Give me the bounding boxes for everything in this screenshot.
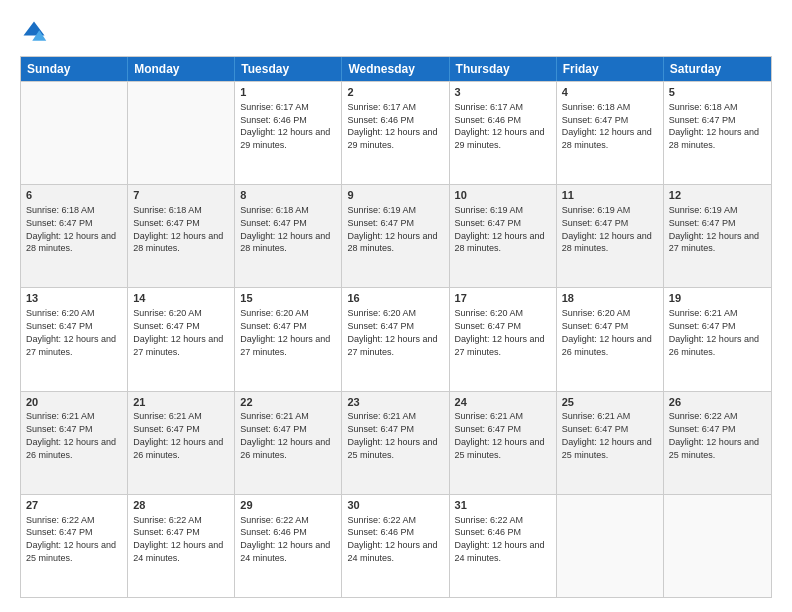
day-number: 20 (26, 395, 122, 410)
calendar-row: 1Sunrise: 6:17 AM Sunset: 6:46 PM Daylig… (21, 81, 771, 184)
day-number: 24 (455, 395, 551, 410)
calendar-cell: 9Sunrise: 6:19 AM Sunset: 6:47 PM Daylig… (342, 185, 449, 287)
day-number: 31 (455, 498, 551, 513)
day-info: Sunrise: 6:17 AM Sunset: 6:46 PM Dayligh… (347, 102, 437, 150)
day-info: Sunrise: 6:19 AM Sunset: 6:47 PM Dayligh… (347, 205, 437, 253)
day-info: Sunrise: 6:21 AM Sunset: 6:47 PM Dayligh… (347, 411, 437, 459)
day-info: Sunrise: 6:22 AM Sunset: 6:46 PM Dayligh… (455, 515, 545, 563)
calendar-cell (21, 82, 128, 184)
day-info: Sunrise: 6:20 AM Sunset: 6:47 PM Dayligh… (562, 308, 652, 356)
day-number: 18 (562, 291, 658, 306)
calendar-row: 13Sunrise: 6:20 AM Sunset: 6:47 PM Dayli… (21, 287, 771, 390)
day-number: 1 (240, 85, 336, 100)
calendar-cell: 24Sunrise: 6:21 AM Sunset: 6:47 PM Dayli… (450, 392, 557, 494)
day-number: 10 (455, 188, 551, 203)
day-info: Sunrise: 6:21 AM Sunset: 6:47 PM Dayligh… (669, 308, 759, 356)
calendar-cell: 12Sunrise: 6:19 AM Sunset: 6:47 PM Dayli… (664, 185, 771, 287)
calendar-cell: 7Sunrise: 6:18 AM Sunset: 6:47 PM Daylig… (128, 185, 235, 287)
calendar-cell: 31Sunrise: 6:22 AM Sunset: 6:46 PM Dayli… (450, 495, 557, 597)
calendar-cell: 4Sunrise: 6:18 AM Sunset: 6:47 PM Daylig… (557, 82, 664, 184)
day-number: 29 (240, 498, 336, 513)
day-number: 12 (669, 188, 766, 203)
day-number: 9 (347, 188, 443, 203)
logo (20, 18, 52, 46)
day-number: 8 (240, 188, 336, 203)
header (20, 18, 772, 46)
header-day: Saturday (664, 57, 771, 81)
day-info: Sunrise: 6:19 AM Sunset: 6:47 PM Dayligh… (669, 205, 759, 253)
day-info: Sunrise: 6:22 AM Sunset: 6:47 PM Dayligh… (26, 515, 116, 563)
day-number: 25 (562, 395, 658, 410)
header-day: Tuesday (235, 57, 342, 81)
day-info: Sunrise: 6:17 AM Sunset: 6:46 PM Dayligh… (240, 102, 330, 150)
day-number: 23 (347, 395, 443, 410)
header-day: Thursday (450, 57, 557, 81)
day-number: 5 (669, 85, 766, 100)
calendar-cell: 22Sunrise: 6:21 AM Sunset: 6:47 PM Dayli… (235, 392, 342, 494)
day-info: Sunrise: 6:17 AM Sunset: 6:46 PM Dayligh… (455, 102, 545, 150)
day-info: Sunrise: 6:21 AM Sunset: 6:47 PM Dayligh… (133, 411, 223, 459)
calendar-cell (664, 495, 771, 597)
calendar-cell: 29Sunrise: 6:22 AM Sunset: 6:46 PM Dayli… (235, 495, 342, 597)
header-day: Friday (557, 57, 664, 81)
calendar-row: 20Sunrise: 6:21 AM Sunset: 6:47 PM Dayli… (21, 391, 771, 494)
day-info: Sunrise: 6:22 AM Sunset: 6:46 PM Dayligh… (347, 515, 437, 563)
day-info: Sunrise: 6:21 AM Sunset: 6:47 PM Dayligh… (240, 411, 330, 459)
day-number: 19 (669, 291, 766, 306)
calendar-cell: 17Sunrise: 6:20 AM Sunset: 6:47 PM Dayli… (450, 288, 557, 390)
day-number: 4 (562, 85, 658, 100)
day-number: 3 (455, 85, 551, 100)
page: SundayMondayTuesdayWednesdayThursdayFrid… (0, 0, 792, 612)
day-number: 14 (133, 291, 229, 306)
day-info: Sunrise: 6:18 AM Sunset: 6:47 PM Dayligh… (669, 102, 759, 150)
day-info: Sunrise: 6:20 AM Sunset: 6:47 PM Dayligh… (347, 308, 437, 356)
calendar-cell: 30Sunrise: 6:22 AM Sunset: 6:46 PM Dayli… (342, 495, 449, 597)
day-number: 27 (26, 498, 122, 513)
calendar-cell: 11Sunrise: 6:19 AM Sunset: 6:47 PM Dayli… (557, 185, 664, 287)
day-number: 15 (240, 291, 336, 306)
day-info: Sunrise: 6:22 AM Sunset: 6:47 PM Dayligh… (669, 411, 759, 459)
day-number: 7 (133, 188, 229, 203)
calendar-cell: 15Sunrise: 6:20 AM Sunset: 6:47 PM Dayli… (235, 288, 342, 390)
day-number: 21 (133, 395, 229, 410)
calendar-cell: 16Sunrise: 6:20 AM Sunset: 6:47 PM Dayli… (342, 288, 449, 390)
day-info: Sunrise: 6:19 AM Sunset: 6:47 PM Dayligh… (455, 205, 545, 253)
day-info: Sunrise: 6:22 AM Sunset: 6:46 PM Dayligh… (240, 515, 330, 563)
header-day: Wednesday (342, 57, 449, 81)
day-number: 13 (26, 291, 122, 306)
calendar-cell: 18Sunrise: 6:20 AM Sunset: 6:47 PM Dayli… (557, 288, 664, 390)
calendar-cell: 19Sunrise: 6:21 AM Sunset: 6:47 PM Dayli… (664, 288, 771, 390)
calendar-cell: 1Sunrise: 6:17 AM Sunset: 6:46 PM Daylig… (235, 82, 342, 184)
day-info: Sunrise: 6:18 AM Sunset: 6:47 PM Dayligh… (562, 102, 652, 150)
day-info: Sunrise: 6:20 AM Sunset: 6:47 PM Dayligh… (240, 308, 330, 356)
day-number: 26 (669, 395, 766, 410)
calendar-cell (128, 82, 235, 184)
day-info: Sunrise: 6:18 AM Sunset: 6:47 PM Dayligh… (240, 205, 330, 253)
day-number: 2 (347, 85, 443, 100)
calendar-cell: 25Sunrise: 6:21 AM Sunset: 6:47 PM Dayli… (557, 392, 664, 494)
day-number: 22 (240, 395, 336, 410)
day-info: Sunrise: 6:18 AM Sunset: 6:47 PM Dayligh… (133, 205, 223, 253)
day-number: 16 (347, 291, 443, 306)
day-info: Sunrise: 6:21 AM Sunset: 6:47 PM Dayligh… (562, 411, 652, 459)
calendar-cell: 3Sunrise: 6:17 AM Sunset: 6:46 PM Daylig… (450, 82, 557, 184)
calendar-cell: 14Sunrise: 6:20 AM Sunset: 6:47 PM Dayli… (128, 288, 235, 390)
calendar: SundayMondayTuesdayWednesdayThursdayFrid… (20, 56, 772, 598)
calendar-cell: 20Sunrise: 6:21 AM Sunset: 6:47 PM Dayli… (21, 392, 128, 494)
calendar-cell: 8Sunrise: 6:18 AM Sunset: 6:47 PM Daylig… (235, 185, 342, 287)
calendar-cell: 10Sunrise: 6:19 AM Sunset: 6:47 PM Dayli… (450, 185, 557, 287)
day-info: Sunrise: 6:21 AM Sunset: 6:47 PM Dayligh… (455, 411, 545, 459)
header-day: Monday (128, 57, 235, 81)
calendar-cell: 23Sunrise: 6:21 AM Sunset: 6:47 PM Dayli… (342, 392, 449, 494)
calendar-cell: 26Sunrise: 6:22 AM Sunset: 6:47 PM Dayli… (664, 392, 771, 494)
day-number: 30 (347, 498, 443, 513)
day-info: Sunrise: 6:20 AM Sunset: 6:47 PM Dayligh… (455, 308, 545, 356)
day-number: 28 (133, 498, 229, 513)
calendar-row: 6Sunrise: 6:18 AM Sunset: 6:47 PM Daylig… (21, 184, 771, 287)
day-number: 6 (26, 188, 122, 203)
day-info: Sunrise: 6:20 AM Sunset: 6:47 PM Dayligh… (133, 308, 223, 356)
calendar-header: SundayMondayTuesdayWednesdayThursdayFrid… (21, 57, 771, 81)
calendar-body: 1Sunrise: 6:17 AM Sunset: 6:46 PM Daylig… (21, 81, 771, 597)
day-info: Sunrise: 6:21 AM Sunset: 6:47 PM Dayligh… (26, 411, 116, 459)
calendar-cell (557, 495, 664, 597)
